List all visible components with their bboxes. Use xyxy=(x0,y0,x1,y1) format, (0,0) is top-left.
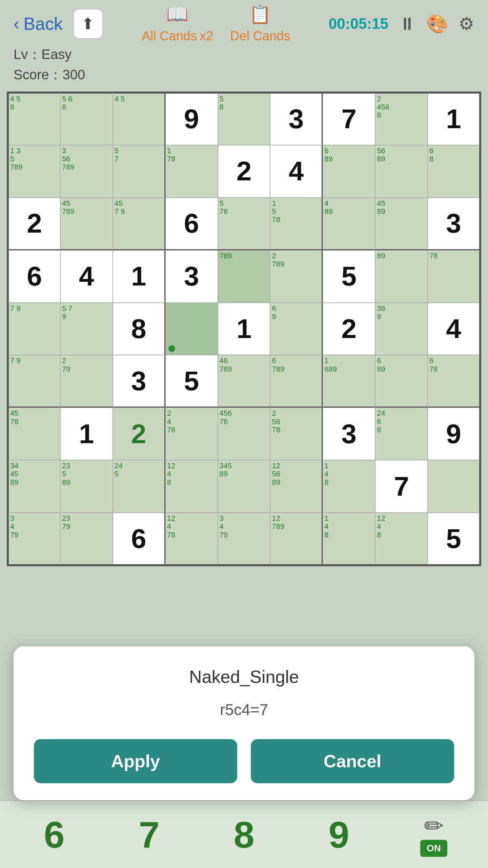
all-cands-button[interactable]: 📖 All Cands x2 xyxy=(142,4,213,43)
cell-7-6[interactable]: 1 4 8 xyxy=(323,460,375,513)
cancel-button[interactable]: Cancel xyxy=(251,739,454,783)
cell-6-0[interactable]: 45 78 xyxy=(8,408,60,460)
cell-8-1[interactable]: 23 79 xyxy=(60,513,113,565)
cell-0-3[interactable]: 9 xyxy=(165,93,218,145)
cell-0-5[interactable]: 3 xyxy=(270,93,323,145)
cell-0-4[interactable]: 5 8 xyxy=(218,93,270,145)
candidates-8-5: 12 789 xyxy=(271,514,322,531)
cell-0-8[interactable]: 1 xyxy=(428,93,480,145)
cell-0-1[interactable]: 5 6 8 xyxy=(60,93,113,145)
cell-2-5[interactable]: 1 5 78 xyxy=(270,198,323,250)
cell-7-0[interactable]: 34 45 89 xyxy=(8,460,60,513)
cell-2-7[interactable]: 45 89 xyxy=(375,198,428,250)
apply-button[interactable]: Apply xyxy=(34,739,237,783)
cell-1-0[interactable]: 1 3 5 789 xyxy=(8,145,60,198)
cell-8-3[interactable]: 12 4 78 xyxy=(165,513,218,565)
cell-3-5[interactable]: 2 789 xyxy=(270,250,323,303)
cell-4-1[interactable]: 5 7 9 xyxy=(60,303,113,355)
cell-6-8[interactable]: 9 xyxy=(428,408,480,460)
cell-3-0[interactable]: 6 xyxy=(8,250,60,303)
num-9-key[interactable]: 9 xyxy=(291,813,386,856)
cell-3-4[interactable]: 789 xyxy=(218,250,270,303)
cell-5-1[interactable]: 2 79 xyxy=(60,355,113,408)
cell-5-4[interactable]: 46 789 xyxy=(218,355,270,408)
cell-6-2[interactable]: 2 xyxy=(113,408,165,460)
cell-8-6[interactable]: 1 4 8 xyxy=(323,513,375,565)
cell-1-4[interactable]: 2 xyxy=(218,145,270,198)
cell-0-2[interactable]: 4 5 xyxy=(113,93,165,145)
cell-1-7[interactable]: 56 89 xyxy=(375,145,428,198)
cell-6-3[interactable]: 2 4 78 xyxy=(165,408,218,460)
cell-3-6[interactable]: 5 xyxy=(323,250,375,303)
cell-1-1[interactable]: 3 56 789 xyxy=(60,145,113,198)
cell-4-7[interactable]: 36 9 xyxy=(375,303,428,355)
num-8-key[interactable]: 8 xyxy=(197,813,291,856)
cell-6-5[interactable]: 2 56 78 xyxy=(270,408,323,460)
cell-2-8[interactable]: 3 xyxy=(428,198,480,250)
cell-5-7[interactable]: 6 89 xyxy=(375,355,428,408)
cell-0-6[interactable]: 7 xyxy=(323,93,375,145)
score-label: Score：300 xyxy=(14,64,474,85)
cell-7-5[interactable]: 12 56 89 xyxy=(270,460,323,513)
cell-2-1[interactable]: 45 789 xyxy=(60,198,113,250)
cell-6-7[interactable]: 24 6 8 xyxy=(375,408,428,460)
cell-3-2[interactable]: 1 xyxy=(113,250,165,303)
cell-8-7[interactable]: 12 4 8 xyxy=(375,513,428,565)
cell-7-8[interactable] xyxy=(428,460,480,513)
cell-3-7[interactable]: 89 xyxy=(375,250,428,303)
cell-1-8[interactable]: 6 8 xyxy=(428,145,480,198)
cell-4-6[interactable]: 2 xyxy=(323,303,375,355)
cell-5-2[interactable]: 3 xyxy=(113,355,165,408)
candidates-8-3: 12 4 78 xyxy=(166,514,218,540)
cell-3-1[interactable]: 4 xyxy=(60,250,113,303)
cell-5-8[interactable]: 6 78 xyxy=(428,355,480,408)
cell-4-2[interactable]: 8 xyxy=(113,303,165,355)
cell-0-0[interactable]: 4 5 8 xyxy=(8,93,60,145)
cell-8-0[interactable]: 3 4 79 xyxy=(8,513,60,565)
cell-4-0[interactable]: 7 9 xyxy=(8,303,60,355)
cell-8-5[interactable]: 12 789 xyxy=(270,513,323,565)
cell-6-4[interactable]: 456 78 xyxy=(218,408,270,460)
timer-display: 00:05:15 xyxy=(329,15,388,32)
num-6-key[interactable]: 6 xyxy=(7,813,102,856)
cell-4-4[interactable]: 1 xyxy=(218,303,270,355)
candidates-6-0: 45 78 xyxy=(9,409,60,426)
cell-5-3[interactable]: 5 xyxy=(165,355,218,408)
cell-4-8[interactable]: 4 xyxy=(428,303,480,355)
cell-1-5[interactable]: 4 xyxy=(270,145,323,198)
cell-1-2[interactable]: 5 7 xyxy=(113,145,165,198)
cell-7-7[interactable]: 7 xyxy=(375,460,428,513)
cell-4-3[interactable] xyxy=(165,303,218,355)
cell-1-3[interactable]: 1 78 xyxy=(165,145,218,198)
cell-8-8[interactable]: 5 xyxy=(428,513,480,565)
cell-2-2[interactable]: 45 7 9 xyxy=(113,198,165,250)
cell-2-3[interactable]: 6 xyxy=(165,198,218,250)
cell-8-2[interactable]: 6 xyxy=(113,513,165,565)
cell-4-5[interactable]: 6 9 xyxy=(270,303,323,355)
cell-5-5[interactable]: 6 789 xyxy=(270,355,323,408)
cell-5-0[interactable]: 7 9 xyxy=(8,355,60,408)
cell-5-6[interactable]: 1 689 xyxy=(323,355,375,408)
palette-button[interactable]: 🎨 xyxy=(426,14,448,34)
cell-3-3[interactable]: 3 xyxy=(165,250,218,303)
num-7-key[interactable]: 7 xyxy=(102,813,197,856)
cell-0-7[interactable]: 2 456 8 xyxy=(375,93,428,145)
cell-2-0[interactable]: 2 xyxy=(8,198,60,250)
settings-button[interactable]: ⚙ xyxy=(459,14,474,34)
cell-1-6[interactable]: 6 89 xyxy=(323,145,375,198)
cell-7-1[interactable]: 23 5 89 xyxy=(60,460,113,513)
cell-3-8[interactable]: 78 xyxy=(428,250,480,303)
del-cands-button[interactable]: 📋 Del Cands xyxy=(230,4,290,43)
cell-6-1[interactable]: 1 xyxy=(60,408,113,460)
share-button[interactable]: ⬆ xyxy=(73,8,103,39)
cell-2-6[interactable]: 4 89 xyxy=(323,198,375,250)
cell-2-4[interactable]: 5 78 xyxy=(218,198,270,250)
cell-7-2[interactable]: 24 5 xyxy=(113,460,165,513)
pause-button[interactable]: ⏸ xyxy=(399,14,416,34)
back-button[interactable]: ‹ Back xyxy=(14,14,63,34)
cell-7-3[interactable]: 12 4 8 xyxy=(165,460,218,513)
candidates-8-6: 1 4 8 xyxy=(324,514,375,540)
cell-6-6[interactable]: 3 xyxy=(323,408,375,460)
cell-7-4[interactable]: 345 89 xyxy=(218,460,270,513)
cell-8-4[interactable]: 3 4 79 xyxy=(218,513,270,565)
